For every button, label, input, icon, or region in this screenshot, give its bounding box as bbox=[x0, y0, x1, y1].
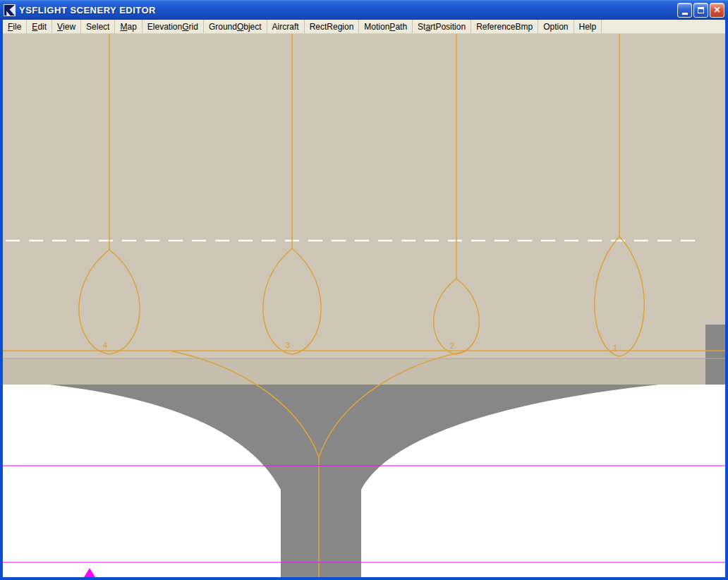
menu-item-file[interactable]: File bbox=[3, 20, 27, 33]
loop-number-1: 1 bbox=[613, 344, 617, 352]
loop-number-4: 4 bbox=[103, 341, 107, 349]
app-icon bbox=[4, 4, 16, 16]
menu-item-select[interactable]: Select bbox=[81, 20, 115, 33]
menu-item-aircraft[interactable]: Aircraft bbox=[267, 20, 305, 33]
menu-item-groundobject[interactable]: GroundObject bbox=[204, 20, 267, 33]
menu-bar: FileEditViewSelectMapElevationGridGround… bbox=[3, 20, 725, 34]
title-bar[interactable]: YSFLIGHT SCENERY EDITOR ✕ bbox=[0, 0, 728, 20]
menu-item-help[interactable]: Help bbox=[574, 20, 602, 33]
menu-item-elevationgrid[interactable]: ElevationGrid bbox=[142, 20, 204, 33]
taxiway-right-stub bbox=[705, 325, 725, 385]
scenery-canvas[interactable]: 4321 bbox=[3, 34, 725, 577]
menu-item-referencebmp[interactable]: ReferenceBmp bbox=[471, 20, 538, 33]
canvas-area[interactable]: 4321 bbox=[3, 34, 725, 577]
window-controls: ✕ bbox=[677, 3, 724, 18]
close-icon: ✕ bbox=[713, 6, 720, 14]
loop-number-2: 2 bbox=[450, 342, 454, 350]
menu-item-motionpath[interactable]: MotionPath bbox=[359, 20, 413, 33]
menu-item-startposition[interactable]: StartPosition bbox=[413, 20, 471, 33]
apron-edge-strip bbox=[3, 358, 725, 385]
minimize-button[interactable] bbox=[677, 3, 692, 18]
maximize-button[interactable] bbox=[693, 3, 708, 18]
menu-item-rectregion[interactable]: RectRegion bbox=[305, 20, 360, 33]
window-title: YSFLIGHT SCENERY EDITOR bbox=[19, 5, 677, 16]
app-window: YSFLIGHT SCENERY EDITOR ✕ FileEditViewSe… bbox=[0, 0, 728, 580]
apron-area bbox=[3, 34, 725, 358]
menu-item-map[interactable]: Map bbox=[115, 20, 142, 33]
minimize-icon bbox=[682, 9, 688, 15]
menu-item-option[interactable]: Option bbox=[538, 20, 574, 33]
menu-item-view[interactable]: View bbox=[52, 20, 81, 33]
close-button[interactable]: ✕ bbox=[710, 3, 724, 18]
maximize-icon bbox=[698, 7, 704, 13]
loop-number-3: 3 bbox=[286, 341, 290, 349]
menu-item-edit[interactable]: Edit bbox=[27, 20, 52, 33]
